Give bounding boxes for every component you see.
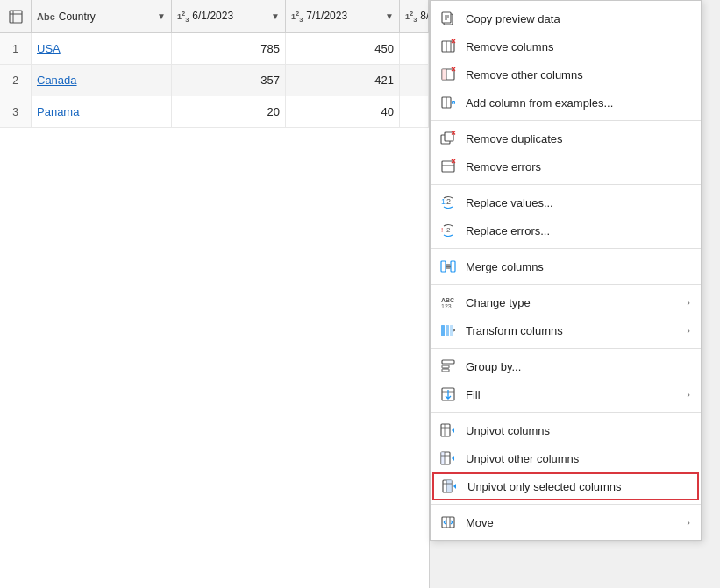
menu-item-copy-preview[interactable]: Copy preview data: [431, 4, 701, 32]
svg-rect-36: [451, 261, 455, 272]
date3-header-label: 8/1/2023: [420, 10, 429, 22]
row-num-cell: 2: [0, 65, 32, 96]
copy-preview-icon: [439, 10, 457, 27]
remove-duplicates-label: Remove duplicates: [466, 132, 690, 145]
transform-columns-icon: [439, 322, 457, 339]
val1-cell: 785: [172, 33, 286, 64]
menu-item-group-by[interactable]: Group by...: [431, 352, 701, 380]
unpivot-other-columns-icon: [439, 450, 457, 467]
country-dropdown-arrow[interactable]: ▼: [157, 11, 166, 21]
svg-text:2: 2: [446, 226, 451, 234]
table-header: Abc Country ▼ 123 6/1/2023 ▼ 123 7/1/202…: [0, 0, 429, 33]
table-grid-icon: [9, 10, 23, 24]
context-menu: Copy preview data Remove columns R: [430, 0, 702, 541]
val2-cell: 40: [286, 96, 400, 127]
move-icon: [439, 514, 457, 531]
table-row: 2 Canada 357 421: [0, 65, 429, 96]
unpivot-columns-icon: [439, 422, 457, 439]
remove-columns-icon: [439, 38, 457, 55]
group-by-label: Group by...: [466, 360, 690, 373]
svg-rect-15: [442, 69, 446, 80]
country-type-icon: Abc: [37, 11, 55, 22]
replace-errors-icon: ! 2: [439, 222, 457, 239]
date1-dropdown-arrow[interactable]: ▼: [271, 11, 280, 21]
unpivot-selected-label: Unpivot only selected columns: [467, 480, 688, 493]
country-cell[interactable]: Panama: [32, 96, 172, 127]
svg-rect-42: [446, 325, 449, 336]
svg-rect-0: [10, 11, 22, 23]
date2-col-header[interactable]: 123 7/1/2023 ▼: [286, 0, 400, 32]
svg-rect-49: [441, 424, 450, 436]
replace-values-icon: 1 2: [439, 194, 457, 211]
menu-item-unpivot-selected[interactable]: Unpivot only selected columns: [432, 472, 699, 500]
svg-rect-53: [441, 452, 445, 464]
merge-columns-label: Merge columns: [466, 260, 690, 273]
date3-type-icon: 123: [405, 10, 417, 24]
change-type-icon: ABC 123: [439, 294, 457, 311]
separator-1: [431, 120, 701, 121]
change-type-arrow: ›: [687, 297, 690, 308]
menu-item-move[interactable]: Move ›: [431, 508, 701, 536]
menu-item-unpivot-columns[interactable]: Unpivot columns: [431, 416, 701, 444]
date1-col-header[interactable]: 123 6/1/2023 ▼: [172, 0, 286, 32]
merge-columns-icon: [439, 258, 457, 275]
svg-text:1: 1: [441, 197, 446, 206]
menu-item-remove-errors[interactable]: Remove errors: [431, 152, 701, 181]
row-num-cell: 3: [0, 96, 32, 127]
date2-type-icon: 123: [291, 10, 303, 24]
svg-rect-46: [442, 369, 449, 372]
fill-arrow: ›: [687, 389, 690, 400]
country-header-label: Country: [59, 11, 153, 23]
menu-item-add-column-examples[interactable]: Add column from examples...: [431, 89, 701, 117]
val1-cell: 20: [172, 96, 286, 127]
move-label: Move: [466, 516, 678, 529]
menu-item-replace-errors[interactable]: ! 2 Replace errors...: [431, 216, 701, 244]
country-cell[interactable]: USA: [32, 33, 172, 64]
menu-item-change-type[interactable]: ABC 123 Change type ›: [431, 288, 701, 316]
val2-cell: 450: [286, 33, 400, 64]
replace-errors-label: Replace errors...: [466, 224, 690, 237]
menu-item-unpivot-other-columns[interactable]: Unpivot other columns: [431, 444, 701, 472]
remove-other-columns-label: Remove other columns: [466, 68, 690, 81]
move-arrow: ›: [687, 517, 690, 528]
menu-item-merge-columns[interactable]: Merge columns: [431, 252, 701, 280]
transform-columns-arrow: ›: [687, 325, 690, 336]
svg-rect-41: [441, 325, 445, 336]
unpivot-selected-icon: [441, 478, 459, 495]
separator-2: [431, 184, 701, 185]
menu-item-remove-columns[interactable]: Remove columns: [431, 32, 701, 60]
svg-rect-45: [442, 365, 449, 368]
unpivot-columns-label: Unpivot columns: [466, 424, 690, 437]
separator-7: [431, 504, 701, 505]
menu-item-fill[interactable]: Fill ›: [431, 380, 701, 408]
remove-errors-icon: [439, 158, 457, 175]
svg-rect-35: [441, 261, 446, 272]
fill-icon: [439, 386, 457, 403]
menu-item-replace-values[interactable]: 1 2 Replace values...: [431, 188, 701, 216]
date2-dropdown-arrow[interactable]: ▼: [385, 11, 394, 21]
val3-cell: [400, 65, 429, 96]
copy-preview-label: Copy preview data: [466, 12, 690, 25]
menu-item-remove-duplicates[interactable]: Remove duplicates: [431, 124, 701, 152]
add-column-examples-icon: [439, 94, 457, 111]
menu-item-transform-columns[interactable]: Transform columns ›: [431, 316, 701, 344]
menu-item-remove-other-columns[interactable]: Remove other columns: [431, 60, 701, 89]
country-col-header[interactable]: Abc Country ▼: [32, 0, 172, 32]
svg-text:123: 123: [441, 303, 452, 309]
unpivot-other-columns-label: Unpivot other columns: [466, 452, 690, 465]
add-column-examples-label: Add column from examples...: [466, 96, 690, 110]
row-num-cell: 1: [0, 33, 32, 64]
svg-text:ABC: ABC: [441, 297, 454, 303]
svg-rect-57: [446, 480, 452, 492]
val1-cell: 357: [172, 65, 286, 96]
separator-6: [431, 412, 701, 413]
svg-rect-44: [442, 360, 454, 364]
change-type-label: Change type: [466, 296, 678, 309]
separator-5: [431, 348, 701, 349]
date3-col-header[interactable]: 123 8/1/2023 —: [400, 0, 429, 32]
date1-type-icon: 123: [177, 10, 189, 24]
table-area: Abc Country ▼ 123 6/1/2023 ▼ 123 7/1/202…: [0, 0, 430, 588]
date1-header-label: 6/1/2023: [192, 10, 267, 22]
country-cell[interactable]: Canada: [32, 65, 172, 96]
date2-header-label: 7/1/2023: [306, 10, 381, 22]
